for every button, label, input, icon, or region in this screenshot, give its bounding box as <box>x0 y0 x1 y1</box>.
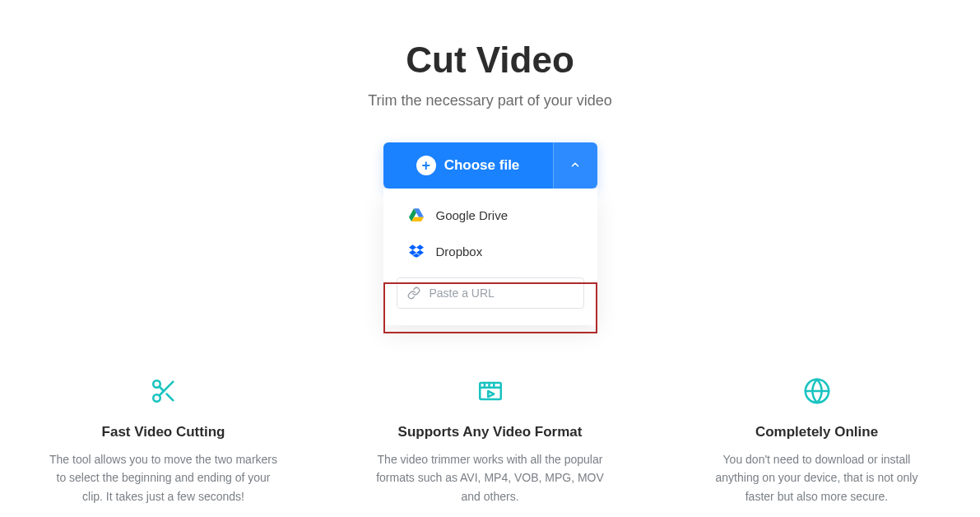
page-title: Cut Video <box>0 40 980 81</box>
choose-file-label: Choose file <box>444 157 520 174</box>
option-google-drive[interactable]: Google Drive <box>383 197 597 233</box>
feature-desc: You don't need to download or install an… <box>703 450 931 505</box>
feature-any-format: Supports Any Video Format The video trim… <box>376 375 604 505</box>
feature-desc: The tool allows you to move the two mark… <box>49 450 277 505</box>
feature-online: Completely Online You don't need to down… <box>703 375 931 505</box>
feature-title: Supports Any Video Format <box>376 424 604 440</box>
scissors-icon <box>49 375 277 408</box>
page-subtitle: Trim the necessary part of your video <box>0 92 980 109</box>
svg-line-3 <box>166 394 173 401</box>
features-row: Fast Video Cutting The tool allows you t… <box>0 375 980 505</box>
option-dropbox[interactable]: Dropbox <box>383 233 597 269</box>
option-label: Google Drive <box>436 208 509 222</box>
upload-toggle-button[interactable] <box>553 142 597 189</box>
dropbox-icon <box>408 243 425 259</box>
chevron-up-icon <box>569 159 581 173</box>
upload-panel: + Choose file Google Drive Dropbox <box>383 142 597 325</box>
svg-marker-10 <box>488 391 494 397</box>
feature-fast-cutting: Fast Video Cutting The tool allows you t… <box>49 375 277 505</box>
google-drive-icon <box>408 207 425 223</box>
url-input[interactable] <box>430 286 574 300</box>
plus-icon: + <box>416 156 436 175</box>
feature-title: Completely Online <box>703 424 931 440</box>
feature-title: Fast Video Cutting <box>49 424 277 440</box>
feature-desc: The video trimmer works with all the pop… <box>376 450 604 505</box>
svg-line-4 <box>159 387 163 391</box>
film-icon <box>376 375 604 408</box>
choose-file-button[interactable]: + Choose file <box>383 142 553 189</box>
upload-dropdown: Google Drive Dropbox <box>383 189 597 325</box>
option-label: Dropbox <box>436 245 483 258</box>
globe-icon <box>703 375 931 408</box>
url-input-container[interactable] <box>397 277 584 309</box>
link-icon <box>407 285 421 301</box>
